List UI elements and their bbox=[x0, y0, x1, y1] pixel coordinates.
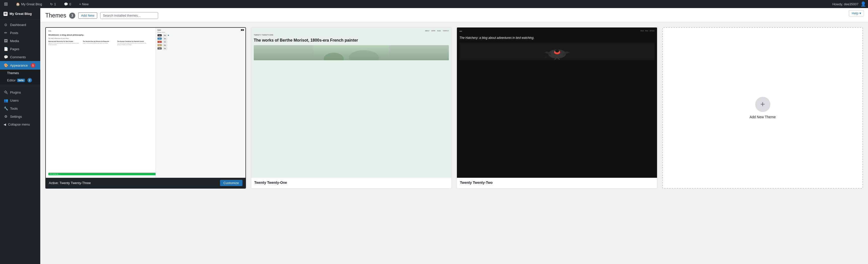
editor-beta-badge: beta bbox=[17, 79, 25, 82]
updates-link[interactable]: ↻ 1 bbox=[48, 0, 58, 8]
posts-link[interactable]: ✏ Posts bbox=[0, 29, 40, 37]
pages-label: Pages bbox=[10, 47, 20, 51]
tools-label: Tools bbox=[10, 107, 18, 110]
editor-badge-count: 2 bbox=[27, 78, 32, 82]
site-name-link[interactable]: 🏠 My Great Blog bbox=[14, 0, 44, 8]
site-icon: 🏠 bbox=[16, 2, 20, 6]
add-new-theme-card[interactable]: + Add New Theme bbox=[662, 27, 863, 189]
theme-card-twenty-twenty-three[interactable]: FYS AboutBooksAll Posts Mindblown: a blo… bbox=[45, 27, 246, 189]
media-icon: 🖼 bbox=[3, 39, 8, 43]
tools-icon: 🔧 bbox=[3, 106, 8, 110]
sidebar-item-posts[interactable]: ✏ Posts bbox=[0, 29, 40, 37]
sidebar: W My Great Blog ⊙ Dashboard ✏ Posts 🖼 Me… bbox=[0, 8, 40, 264]
new-content-button[interactable]: + New bbox=[77, 0, 91, 8]
active-theme-footer: Active: Twenty Twenty-Three Customize bbox=[46, 178, 245, 188]
theme-info-tt2: Twenty Twenty-Two bbox=[457, 178, 657, 187]
media-link[interactable]: 🖼 Media bbox=[0, 37, 40, 45]
theme-screenshot-tt3: FYS AboutBooksAll Posts Mindblown: a blo… bbox=[46, 28, 245, 178]
theme-card-twenty-twenty-one[interactable]: ABOUTWORKBLOGCONTACT TWENTY TWENTY-ONE T… bbox=[251, 27, 452, 189]
users-label: Users bbox=[10, 99, 19, 102]
editor-submenu-label: Editor bbox=[7, 78, 16, 82]
wp-logo-icon: ⊞ bbox=[4, 1, 8, 7]
collapse-menu-button[interactable]: ◀ Collapse menu bbox=[0, 121, 40, 128]
sidebar-item-pages[interactable]: 📄 Pages bbox=[0, 45, 40, 53]
themes-count-badge: 3 bbox=[69, 12, 75, 19]
updates-count: 1 bbox=[54, 2, 56, 6]
themes-title-row: Themes 3 Add New bbox=[45, 12, 863, 22]
settings-label: Settings bbox=[10, 115, 22, 118]
site-name-text: My Great Blog bbox=[21, 2, 42, 6]
theme-name-tt2: Twenty Twenty-Two bbox=[460, 181, 493, 185]
active-label: Active: bbox=[49, 181, 59, 185]
add-theme-plus-icon: + bbox=[755, 97, 770, 112]
help-label: Help bbox=[851, 11, 859, 15]
posts-label: Posts bbox=[10, 31, 19, 35]
tt1-image bbox=[254, 45, 449, 60]
collapse-label: Collapse menu bbox=[8, 123, 30, 126]
plugins-label: Plugins bbox=[10, 90, 21, 94]
sidebar-item-dashboard[interactable]: ⊙ Dashboard bbox=[0, 21, 40, 29]
wp-logo-button[interactable]: ⊞ bbox=[2, 0, 10, 8]
content-header: Themes 3 Add New bbox=[40, 8, 868, 22]
customize-button[interactable]: Customize bbox=[220, 180, 242, 186]
theme-card-twenty-twenty-two[interactable]: ∞∞ AboutBirdsAll Posts The Hatchery: a b… bbox=[457, 27, 657, 189]
sidebar-item-users[interactable]: 👥 Users bbox=[0, 96, 40, 104]
new-content-label: + New bbox=[79, 2, 89, 6]
help-button[interactable]: Help ▾ bbox=[849, 10, 864, 17]
sidebar-item-media[interactable]: 🖼 Media bbox=[0, 37, 40, 45]
settings-icon: ⚙ bbox=[3, 114, 8, 118]
themes-submenu-label: Themes bbox=[7, 71, 19, 75]
plugins-link[interactable]: 🔌 Plugins bbox=[0, 88, 40, 96]
search-themes-input[interactable] bbox=[100, 12, 158, 19]
posts-icon: ✏ bbox=[3, 31, 8, 35]
theme-name-tt1: Twenty Twenty-One bbox=[254, 181, 287, 185]
sidebar-item-comments[interactable]: 💬 Comments bbox=[0, 53, 40, 61]
media-label: Media bbox=[10, 39, 19, 43]
settings-link[interactable]: ⚙ Settings bbox=[0, 112, 40, 121]
sidebar-item-tools[interactable]: 🔧 Tools bbox=[0, 104, 40, 112]
theme-info-tt1: Twenty Twenty-One bbox=[251, 178, 452, 187]
svg-line-6 bbox=[555, 58, 556, 60]
sidebar-submenu-themes[interactable]: Themes bbox=[0, 70, 40, 76]
themes-link[interactable]: Themes bbox=[0, 70, 40, 76]
sidebar-site-icon: W bbox=[3, 12, 7, 16]
dashboard-icon: ⊙ bbox=[3, 23, 8, 27]
collapse-icon: ◀ bbox=[3, 123, 6, 126]
comments-count: 0 bbox=[69, 2, 71, 6]
comments-link[interactable]: 💬 0 bbox=[62, 0, 73, 8]
editor-link[interactable]: Editor beta 2 bbox=[0, 76, 40, 84]
sidebar-item-appearance[interactable]: 🎨 Appearance 1 Themes Editor beta 2 bbox=[0, 61, 40, 84]
main-content: Themes 3 Add New FYS AboutBooksAll Posts bbox=[40, 8, 868, 264]
sidebar-submenu-editor[interactable]: Editor beta 2 bbox=[0, 76, 40, 84]
comments-icon: 💬 bbox=[64, 2, 68, 6]
plugins-icon: 🔌 bbox=[3, 90, 8, 94]
users-icon: 👥 bbox=[3, 98, 8, 102]
appearance-submenu: Themes Editor beta 2 bbox=[0, 70, 40, 84]
howdy-text: Howdy, dee35007 bbox=[832, 2, 859, 6]
sidebar-item-settings[interactable]: ⚙ Settings bbox=[0, 112, 40, 121]
appearance-link[interactable]: 🎨 Appearance 1 bbox=[0, 61, 40, 70]
tt2-bird-image bbox=[459, 43, 654, 60]
pages-icon: 📄 bbox=[3, 47, 8, 51]
sidebar-site-name-text: My Great Blog bbox=[9, 12, 32, 16]
svg-line-7 bbox=[558, 58, 560, 60]
sidebar-site-name[interactable]: W My Great Blog bbox=[0, 8, 40, 20]
users-link[interactable]: 👥 Users bbox=[0, 96, 40, 104]
comments-link[interactable]: 💬 Comments bbox=[0, 53, 40, 61]
user-avatar: 👤 bbox=[861, 1, 866, 7]
add-new-button[interactable]: Add New bbox=[78, 12, 97, 19]
dashboard-link[interactable]: ⊙ Dashboard bbox=[0, 21, 40, 29]
pages-link[interactable]: 📄 Pages bbox=[0, 45, 40, 53]
appearance-icon: 🎨 bbox=[3, 63, 8, 67]
tools-link[interactable]: 🔧 Tools bbox=[0, 104, 40, 112]
updates-icon: ↻ bbox=[50, 2, 53, 6]
help-chevron-icon: ▾ bbox=[860, 11, 861, 15]
theme-screenshot-tt1: ABOUTWORKBLOGCONTACT TWENTY TWENTY-ONE T… bbox=[251, 27, 452, 178]
admin-bar: ⊞ 🏠 My Great Blog ↻ 1 💬 0 + New Howdy, d… bbox=[0, 0, 868, 8]
sidebar-item-plugins[interactable]: 🔌 Plugins bbox=[0, 88, 40, 96]
appearance-badge: 1 bbox=[31, 63, 35, 68]
add-theme-label: Add New Theme bbox=[749, 115, 776, 119]
comments-icon: 💬 bbox=[3, 55, 8, 59]
themes-grid: FYS AboutBooksAll Posts Mindblown: a blo… bbox=[40, 22, 868, 194]
page-title: Themes bbox=[45, 12, 66, 19]
